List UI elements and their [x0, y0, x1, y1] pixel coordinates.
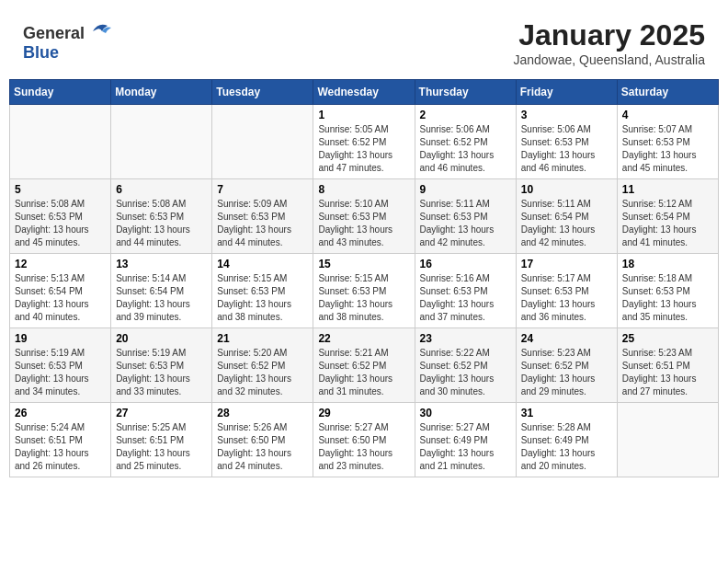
calendar-cell: 7Sunrise: 5:09 AM Sunset: 6:53 PM Daylig…	[212, 179, 313, 254]
day-number: 13	[116, 258, 207, 270]
day-number: 6	[116, 183, 207, 196]
calendar-cell	[111, 105, 212, 179]
day-info: Sunrise: 5:14 AM Sunset: 6:54 PM Dayligh…	[116, 272, 207, 324]
day-number: 17	[521, 258, 612, 270]
weekday-header-sunday: Sunday	[10, 80, 111, 105]
weekday-header-thursday: Thursday	[415, 80, 516, 105]
day-info: Sunrise: 5:05 AM Sunset: 6:52 PM Dayligh…	[318, 123, 409, 175]
calendar-cell: 30Sunrise: 5:27 AM Sunset: 6:49 PM Dayli…	[415, 403, 516, 477]
day-info: Sunrise: 5:15 AM Sunset: 6:53 PM Dayligh…	[318, 272, 409, 324]
title-area: January 2025 Jandowae, Queensland, Austr…	[513, 18, 705, 67]
day-info: Sunrise: 5:25 AM Sunset: 6:51 PM Dayligh…	[116, 421, 207, 473]
day-info: Sunrise: 5:08 AM Sunset: 6:53 PM Dayligh…	[15, 198, 106, 249]
week-row-3: 12Sunrise: 5:13 AM Sunset: 6:54 PM Dayli…	[10, 254, 719, 328]
day-number: 24	[521, 332, 612, 345]
day-number: 15	[318, 258, 409, 270]
day-number: 2	[420, 109, 511, 121]
calendar-cell: 27Sunrise: 5:25 AM Sunset: 6:51 PM Dayli…	[111, 403, 212, 477]
calendar-cell: 8Sunrise: 5:10 AM Sunset: 6:53 PM Daylig…	[313, 179, 415, 254]
day-info: Sunrise: 5:28 AM Sunset: 6:49 PM Dayligh…	[521, 421, 612, 473]
calendar-cell: 5Sunrise: 5:08 AM Sunset: 6:53 PM Daylig…	[10, 179, 111, 254]
day-info: Sunrise: 5:19 AM Sunset: 6:53 PM Dayligh…	[15, 347, 106, 398]
weekday-header-friday: Friday	[516, 80, 617, 105]
day-info: Sunrise: 5:19 AM Sunset: 6:53 PM Dayligh…	[116, 347, 207, 398]
logo-general: General	[23, 24, 85, 42]
day-info: Sunrise: 5:22 AM Sunset: 6:52 PM Dayligh…	[420, 347, 511, 398]
day-info: Sunrise: 5:07 AM Sunset: 6:53 PM Dayligh…	[622, 123, 713, 175]
day-number: 18	[622, 258, 713, 270]
calendar-cell: 1Sunrise: 5:05 AM Sunset: 6:52 PM Daylig…	[313, 105, 415, 179]
calendar-cell: 16Sunrise: 5:16 AM Sunset: 6:53 PM Dayli…	[415, 254, 516, 328]
week-row-2: 5Sunrise: 5:08 AM Sunset: 6:53 PM Daylig…	[10, 179, 719, 254]
day-number: 5	[15, 183, 106, 196]
day-info: Sunrise: 5:13 AM Sunset: 6:54 PM Dayligh…	[15, 272, 106, 324]
calendar-cell: 18Sunrise: 5:18 AM Sunset: 6:53 PM Dayli…	[617, 254, 718, 328]
week-row-1: 1Sunrise: 5:05 AM Sunset: 6:52 PM Daylig…	[10, 105, 719, 179]
day-info: Sunrise: 5:20 AM Sunset: 6:52 PM Dayligh…	[217, 347, 308, 398]
day-number: 9	[420, 183, 511, 196]
day-number: 21	[217, 332, 308, 345]
weekday-header-saturday: Saturday	[617, 80, 718, 105]
day-number: 28	[217, 407, 308, 419]
day-number: 4	[622, 109, 713, 121]
calendar-cell: 11Sunrise: 5:12 AM Sunset: 6:54 PM Dayli…	[617, 179, 718, 254]
day-number: 23	[420, 332, 511, 345]
calendar-cell: 3Sunrise: 5:06 AM Sunset: 6:53 PM Daylig…	[516, 105, 617, 179]
day-number: 19	[15, 332, 106, 345]
weekday-header-wednesday: Wednesday	[313, 80, 415, 105]
day-info: Sunrise: 5:27 AM Sunset: 6:50 PM Dayligh…	[318, 421, 409, 473]
day-number: 3	[521, 109, 612, 121]
calendar-body: 1Sunrise: 5:05 AM Sunset: 6:52 PM Daylig…	[10, 105, 719, 477]
calendar-cell: 15Sunrise: 5:15 AM Sunset: 6:53 PM Dayli…	[313, 254, 415, 328]
day-number: 22	[318, 332, 409, 345]
week-row-4: 19Sunrise: 5:19 AM Sunset: 6:53 PM Dayli…	[10, 328, 719, 403]
logo: General Blue	[23, 24, 111, 63]
calendar-cell: 12Sunrise: 5:13 AM Sunset: 6:54 PM Dayli…	[10, 254, 111, 328]
calendar-cell: 14Sunrise: 5:15 AM Sunset: 6:53 PM Dayli…	[212, 254, 313, 328]
day-info: Sunrise: 5:16 AM Sunset: 6:53 PM Dayligh…	[420, 272, 511, 324]
day-info: Sunrise: 5:23 AM Sunset: 6:52 PM Dayligh…	[521, 347, 612, 398]
day-number: 11	[622, 183, 713, 196]
weekday-row: SundayMondayTuesdayWednesdayThursdayFrid…	[10, 80, 719, 105]
day-number: 30	[420, 407, 511, 419]
logo-bird-icon	[91, 18, 111, 39]
day-info: Sunrise: 5:11 AM Sunset: 6:53 PM Dayligh…	[420, 198, 511, 249]
day-number: 20	[116, 332, 207, 345]
day-info: Sunrise: 5:11 AM Sunset: 6:54 PM Dayligh…	[521, 198, 612, 249]
day-number: 29	[318, 407, 409, 419]
day-info: Sunrise: 5:18 AM Sunset: 6:53 PM Dayligh…	[622, 272, 713, 324]
calendar-cell: 29Sunrise: 5:27 AM Sunset: 6:50 PM Dayli…	[313, 403, 415, 477]
day-number: 31	[521, 407, 612, 419]
day-info: Sunrise: 5:06 AM Sunset: 6:52 PM Dayligh…	[420, 123, 511, 175]
day-number: 8	[318, 183, 409, 196]
calendar-cell	[212, 105, 313, 179]
calendar-cell: 17Sunrise: 5:17 AM Sunset: 6:53 PM Dayli…	[516, 254, 617, 328]
calendar-header: SundayMondayTuesdayWednesdayThursdayFrid…	[10, 80, 719, 105]
day-info: Sunrise: 5:27 AM Sunset: 6:49 PM Dayligh…	[420, 421, 511, 473]
calendar-table: SundayMondayTuesdayWednesdayThursdayFrid…	[9, 79, 719, 477]
day-info: Sunrise: 5:23 AM Sunset: 6:51 PM Dayligh…	[622, 347, 713, 398]
calendar-cell	[617, 403, 718, 477]
calendar-cell: 13Sunrise: 5:14 AM Sunset: 6:54 PM Dayli…	[111, 254, 212, 328]
calendar-cell: 2Sunrise: 5:06 AM Sunset: 6:52 PM Daylig…	[415, 105, 516, 179]
day-number: 27	[116, 407, 207, 419]
calendar-cell: 26Sunrise: 5:24 AM Sunset: 6:51 PM Dayli…	[10, 403, 111, 477]
weekday-header-tuesday: Tuesday	[212, 80, 313, 105]
calendar-cell: 6Sunrise: 5:08 AM Sunset: 6:53 PM Daylig…	[111, 179, 212, 254]
day-info: Sunrise: 5:17 AM Sunset: 6:53 PM Dayligh…	[521, 272, 612, 324]
day-info: Sunrise: 5:15 AM Sunset: 6:53 PM Dayligh…	[217, 272, 308, 324]
day-info: Sunrise: 5:08 AM Sunset: 6:53 PM Dayligh…	[116, 198, 207, 249]
logo-text: General Blue	[23, 24, 111, 63]
calendar-cell: 23Sunrise: 5:22 AM Sunset: 6:52 PM Dayli…	[415, 328, 516, 403]
day-number: 10	[521, 183, 612, 196]
calendar-subtitle: Jandowae, Queensland, Australia	[513, 52, 705, 67]
calendar-cell: 19Sunrise: 5:19 AM Sunset: 6:53 PM Dayli…	[10, 328, 111, 403]
calendar-cell: 24Sunrise: 5:23 AM Sunset: 6:52 PM Dayli…	[516, 328, 617, 403]
day-info: Sunrise: 5:26 AM Sunset: 6:50 PM Dayligh…	[217, 421, 308, 473]
day-info: Sunrise: 5:09 AM Sunset: 6:53 PM Dayligh…	[217, 198, 308, 249]
day-number: 1	[318, 109, 409, 121]
day-number: 26	[15, 407, 106, 419]
day-info: Sunrise: 5:06 AM Sunset: 6:53 PM Dayligh…	[521, 123, 612, 175]
calendar-cell: 21Sunrise: 5:20 AM Sunset: 6:52 PM Dayli…	[212, 328, 313, 403]
calendar-cell: 22Sunrise: 5:21 AM Sunset: 6:52 PM Dayli…	[313, 328, 415, 403]
